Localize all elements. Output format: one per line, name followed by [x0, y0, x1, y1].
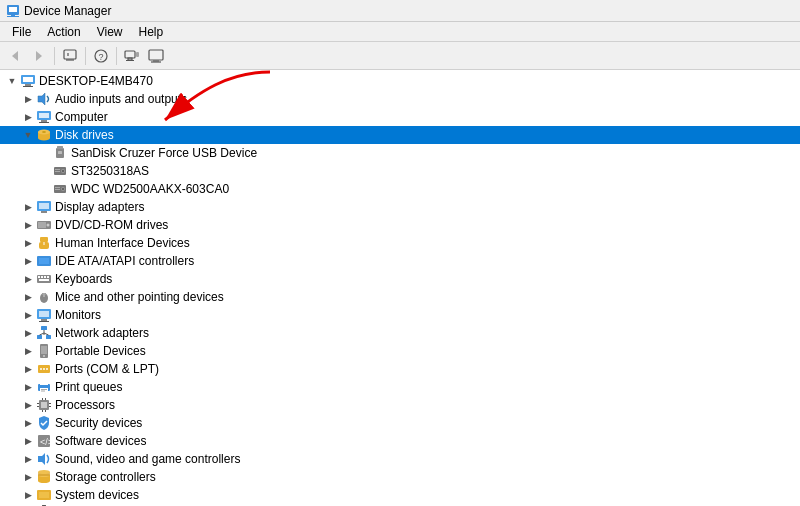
tree-item-processors[interactable]: ▶ Processors — [0, 396, 800, 414]
software-icon: </> — [36, 433, 52, 449]
ide-expander[interactable]: ▶ — [20, 253, 36, 269]
svg-rect-11 — [125, 51, 135, 58]
sound-expander[interactable]: ▶ — [20, 451, 36, 467]
help-toolbar-button[interactable]: ? — [90, 45, 112, 67]
mice-expander[interactable]: ▶ — [20, 289, 36, 305]
monitor-toolbar-button[interactable] — [145, 45, 167, 67]
network-expander[interactable]: ▶ — [20, 325, 36, 341]
storage-label: Storage controllers — [55, 470, 800, 484]
menu-help[interactable]: Help — [131, 23, 172, 41]
hid-expander[interactable]: ▶ — [20, 235, 36, 251]
tree-item-keyboards[interactable]: ▶ Keyboards — [0, 270, 800, 288]
svg-rect-21 — [23, 86, 33, 87]
svg-rect-12 — [128, 58, 132, 60]
svg-rect-92 — [49, 406, 51, 407]
software-expander[interactable]: ▶ — [20, 433, 36, 449]
portable-expander[interactable]: ▶ — [20, 343, 36, 359]
toolbar-separator-2 — [85, 47, 86, 65]
svg-rect-32 — [58, 151, 62, 154]
keyboards-label: Keyboards — [55, 272, 800, 286]
portable-label: Portable Devices — [55, 344, 800, 358]
tree-item-audio[interactable]: ▶ Audio inputs and outputs — [0, 90, 800, 108]
undo-button[interactable] — [59, 45, 81, 67]
dvd-expander[interactable]: ▶ — [20, 217, 36, 233]
disk-drives-label: Disk drives — [55, 128, 800, 142]
ports-expander[interactable]: ▶ — [20, 361, 36, 377]
tree-item-st325[interactable]: ST3250318AS — [0, 162, 800, 180]
storage-expander[interactable]: ▶ — [20, 469, 36, 485]
tree-item-ide[interactable]: ▶ IDE ATA/ATAPI controllers — [0, 252, 800, 270]
menu-bar: File Action View Help — [0, 22, 800, 42]
st325-icon — [52, 163, 68, 179]
tree-item-system[interactable]: ▶ System devices — [0, 486, 800, 504]
svg-rect-71 — [46, 335, 51, 339]
sandisk-icon — [52, 145, 68, 161]
tree-item-dvd[interactable]: ▶ DVD/CD-ROM drives — [0, 216, 800, 234]
menu-file[interactable]: File — [4, 23, 39, 41]
storage-icon — [36, 469, 52, 485]
svg-rect-59 — [47, 276, 49, 278]
svg-point-81 — [46, 368, 48, 370]
computer-expander[interactable]: ▶ — [20, 109, 36, 125]
svg-point-41 — [62, 188, 64, 190]
print-icon — [36, 379, 52, 395]
svg-rect-83 — [40, 381, 48, 385]
print-expander[interactable]: ▶ — [20, 379, 36, 395]
tree-item-sound[interactable]: ▶ Sound, video and game controllers — [0, 450, 800, 468]
svg-rect-68 — [39, 321, 49, 322]
back-button[interactable] — [4, 45, 26, 67]
tree-item-security[interactable]: ▶ Security devices — [0, 414, 800, 432]
device-tree: ▼ DESKTOP-E4MB470 ▶ Audio inputs and — [0, 70, 800, 506]
monitors-expander[interactable]: ▶ — [20, 307, 36, 323]
svg-rect-19 — [23, 77, 33, 82]
disk-drives-expander[interactable]: ▼ — [20, 127, 36, 143]
tree-item-display[interactable]: ▶ Display adapters — [0, 198, 800, 216]
hid-icon — [36, 235, 52, 251]
tree-item-portable[interactable]: ▶ Portable Devices — [0, 342, 800, 360]
tree-item-ports[interactable]: ▶ Ports (COM & LPT) — [0, 360, 800, 378]
tree-item-storage[interactable]: ▶ Storage controllers — [0, 468, 800, 486]
processors-expander[interactable]: ▶ — [20, 397, 36, 413]
ports-label: Ports (COM & LPT) — [55, 362, 800, 376]
scan-button[interactable] — [121, 45, 143, 67]
tree-item-wdc[interactable]: WDC WD2500AAKX-603CA0 — [0, 180, 800, 198]
security-expander[interactable]: ▶ — [20, 415, 36, 431]
forward-button[interactable] — [28, 45, 50, 67]
svg-rect-88 — [41, 402, 47, 408]
sandisk-label: SanDisk Cruzer Force USB Device — [71, 146, 800, 160]
menu-action[interactable]: Action — [39, 23, 88, 41]
tree-item-print[interactable]: ▶ Print queues — [0, 378, 800, 396]
computer-icon — [20, 73, 36, 89]
svg-point-79 — [40, 368, 42, 370]
tree-item-mice[interactable]: ▶ Mice and other pointing devices — [0, 288, 800, 306]
computer-label: Computer — [55, 110, 800, 124]
system-expander[interactable]: ▶ — [20, 487, 36, 503]
tree-item-hid[interactable]: ▶ Human Interface Devices — [0, 234, 800, 252]
toolbar: ? — [0, 42, 800, 70]
audio-label: Audio inputs and outputs — [55, 92, 800, 106]
network-label: Network adapters — [55, 326, 800, 340]
svg-rect-91 — [49, 403, 51, 404]
hid-label: Human Interface Devices — [55, 236, 800, 250]
svg-text:?: ? — [98, 52, 103, 62]
svg-rect-15 — [149, 50, 163, 60]
root-expander[interactable]: ▼ — [4, 73, 20, 89]
menu-view[interactable]: View — [89, 23, 131, 41]
svg-point-80 — [43, 368, 45, 370]
svg-rect-13 — [126, 60, 134, 61]
tree-item-disk-drives[interactable]: ▼ Disk drives — [0, 126, 800, 144]
svg-rect-48 — [38, 222, 46, 228]
tree-item-network[interactable]: ▶ Network adapters — [0, 324, 800, 342]
display-expander[interactable]: ▶ — [20, 199, 36, 215]
tree-item-software[interactable]: ▶ </> Software devices — [0, 432, 800, 450]
audio-expander[interactable]: ▶ — [20, 91, 36, 107]
tree-item-monitors[interactable]: ▶ Monitors — [0, 306, 800, 324]
keyboards-expander[interactable]: ▶ — [20, 271, 36, 287]
svg-rect-25 — [41, 120, 47, 122]
display-label: Display adapters — [55, 200, 800, 214]
tree-root[interactable]: ▼ DESKTOP-E4MB470 — [0, 72, 800, 90]
tree-item-computer[interactable]: ▶ Computer — [0, 108, 800, 126]
sound-icon — [36, 451, 52, 467]
svg-rect-6 — [64, 50, 76, 59]
tree-item-sandisk[interactable]: SanDisk Cruzer Force USB Device — [0, 144, 800, 162]
